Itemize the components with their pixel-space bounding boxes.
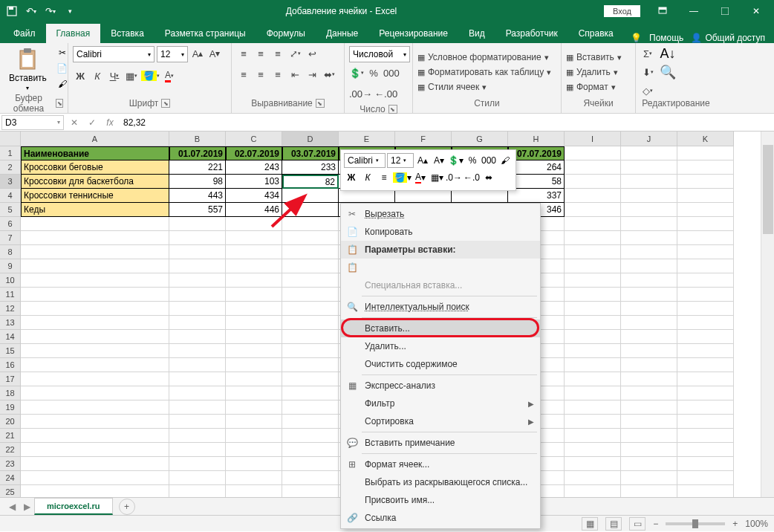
- cell[interactable]: [621, 231, 677, 245]
- cell-styles-button[interactable]: ▦ Стили ячеек ▾: [417, 81, 487, 93]
- cell[interactable]: [282, 316, 339, 330]
- cell[interactable]: 243: [226, 160, 282, 175]
- align-right-icon[interactable]: ≡: [270, 67, 285, 82]
- sheet-nav-next-icon[interactable]: ▶: [19, 502, 34, 512]
- col-header-H[interactable]: H: [508, 132, 565, 146]
- cell[interactable]: [282, 443, 339, 457]
- cell[interactable]: [677, 175, 734, 189]
- cell[interactable]: Кроссовки теннисные: [21, 189, 169, 203]
- cell[interactable]: [21, 457, 169, 471]
- cell[interactable]: Кеды: [21, 203, 169, 217]
- cell[interactable]: 557: [169, 203, 226, 217]
- row-header-25[interactable]: 25: [0, 485, 21, 497]
- cell[interactable]: [677, 471, 734, 485]
- cell[interactable]: [677, 429, 734, 443]
- insert-cells-button[interactable]: ▦ Вставить ▾: [566, 51, 622, 63]
- tab-developer[interactable]: Разработчик: [495, 24, 568, 43]
- cell[interactable]: [169, 231, 226, 245]
- cell[interactable]: [677, 415, 734, 429]
- cell[interactable]: [621, 302, 677, 316]
- row-header-5[interactable]: 5: [0, 203, 21, 217]
- cell[interactable]: [226, 273, 282, 288]
- cm-sort[interactable]: Сортировка▶: [341, 412, 540, 430]
- formula-input[interactable]: [119, 115, 774, 130]
- cell[interactable]: [226, 485, 282, 497]
- cell[interactable]: [21, 429, 169, 443]
- cell[interactable]: [226, 302, 282, 316]
- cell[interactable]: [169, 302, 226, 316]
- bold-button[interactable]: Ж: [73, 68, 88, 83]
- cell[interactable]: 434: [226, 189, 282, 203]
- cell[interactable]: [226, 457, 282, 471]
- cell[interactable]: 264: [508, 160, 565, 175]
- cm-clear[interactable]: Очистить содержимое: [341, 355, 540, 373]
- cell[interactable]: [621, 217, 677, 231]
- cell[interactable]: [565, 429, 621, 443]
- cell[interactable]: [21, 400, 169, 415]
- mini-align-icon[interactable]: ≡: [377, 170, 391, 185]
- cell[interactable]: [21, 231, 169, 245]
- orientation-icon[interactable]: ⤢▾: [287, 46, 302, 61]
- comma-icon[interactable]: 000: [383, 65, 400, 80]
- cell[interactable]: [621, 330, 677, 344]
- cell[interactable]: [21, 273, 169, 288]
- row-header-14[interactable]: 14: [0, 330, 21, 344]
- cell[interactable]: [565, 330, 621, 344]
- mini-font-combo[interactable]: Calibri▾: [344, 153, 386, 168]
- minimize-icon[interactable]: —: [679, 1, 709, 22]
- cell[interactable]: [621, 415, 677, 429]
- cancel-formula-icon[interactable]: ✕: [65, 115, 83, 130]
- cell[interactable]: [621, 372, 677, 386]
- cell[interactable]: [565, 344, 621, 358]
- cell[interactable]: 443: [169, 189, 226, 203]
- cell[interactable]: [621, 175, 677, 189]
- cell[interactable]: [677, 245, 734, 259]
- cell[interactable]: [282, 302, 339, 316]
- name-box[interactable]: D3▾: [1, 115, 64, 130]
- cell[interactable]: [677, 302, 734, 316]
- zoom-out-button[interactable]: −: [653, 519, 658, 529]
- cell[interactable]: 337: [508, 189, 565, 203]
- cell[interactable]: [677, 386, 734, 400]
- mini-percent-icon[interactable]: %: [465, 153, 480, 168]
- cell[interactable]: 103: [226, 175, 282, 189]
- cell[interactable]: [621, 288, 677, 302]
- font-name-combo[interactable]: Calibri▾: [73, 46, 155, 62]
- cell[interactable]: [169, 457, 226, 471]
- italic-button[interactable]: К: [90, 68, 105, 83]
- redo-icon[interactable]: ↷▾: [42, 2, 59, 20]
- cell[interactable]: [169, 443, 226, 457]
- cell[interactable]: [677, 273, 734, 288]
- format-cells-button[interactable]: ▦ Формат ▾: [566, 81, 616, 93]
- cell[interactable]: [677, 288, 734, 302]
- cm-hyperlink[interactable]: 🔗Ссылка: [341, 509, 540, 527]
- row-header-8[interactable]: 8: [0, 245, 21, 259]
- mini-dec-decimal-icon[interactable]: ←.0: [464, 170, 480, 185]
- cell[interactable]: [21, 372, 169, 386]
- help-label[interactable]: Помощь: [649, 33, 683, 43]
- mini-fill-color-icon[interactable]: 🪣▾: [393, 170, 412, 185]
- cell[interactable]: [677, 344, 734, 358]
- cell[interactable]: [565, 259, 621, 273]
- decrease-decimal-icon[interactable]: ←.00: [374, 86, 397, 101]
- tab-file[interactable]: Файл: [3, 24, 46, 43]
- cell[interactable]: [226, 316, 282, 330]
- cell[interactable]: [21, 316, 169, 330]
- cell[interactable]: [282, 358, 339, 372]
- row-header-11[interactable]: 11: [0, 288, 21, 302]
- cm-filter[interactable]: Фильтр▶: [341, 395, 540, 412]
- cm-pick-from-list[interactable]: Выбрать из раскрывающегося списка...: [341, 473, 540, 491]
- cell[interactable]: 07.07.2019: [508, 146, 565, 160]
- delete-cells-button[interactable]: ▦ Удалить ▾: [566, 66, 618, 78]
- cell[interactable]: [169, 217, 226, 231]
- col-header-K[interactable]: K: [677, 132, 734, 146]
- cell[interactable]: [169, 344, 226, 358]
- cell[interactable]: [282, 259, 339, 273]
- row-header-4[interactable]: 4: [0, 189, 21, 203]
- cell[interactable]: 221: [169, 160, 226, 175]
- cell[interactable]: [21, 443, 169, 457]
- align-center-icon[interactable]: ≡: [253, 67, 268, 82]
- cell[interactable]: [565, 316, 621, 330]
- cell[interactable]: [565, 372, 621, 386]
- cell[interactable]: [565, 245, 621, 259]
